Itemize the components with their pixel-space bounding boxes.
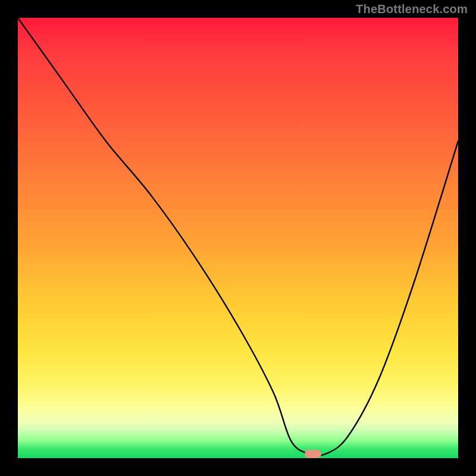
plot-area bbox=[18, 18, 458, 458]
watermark-text: TheBottleneck.com bbox=[356, 2, 468, 16]
optimum-marker bbox=[305, 450, 321, 458]
curve-layer bbox=[18, 18, 458, 458]
chart-frame: TheBottleneck.com bbox=[0, 0, 476, 476]
bottleneck-curve bbox=[18, 18, 458, 456]
